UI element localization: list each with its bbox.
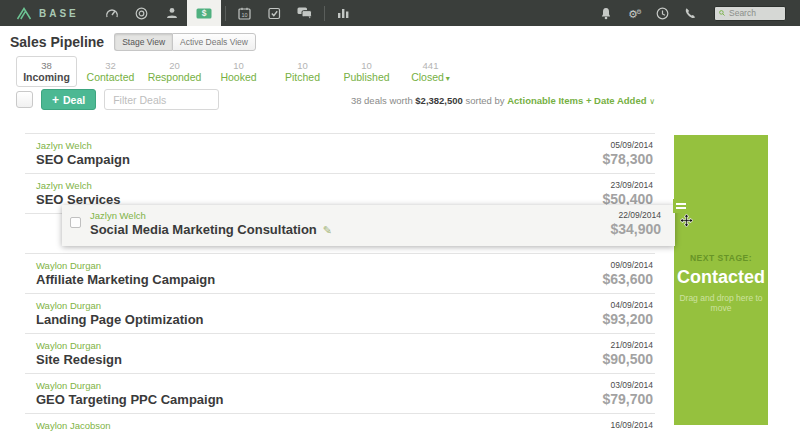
stage-tab[interactable]: 32 Contacted▾ [80,56,141,87]
stage-tab[interactable]: 10 Published▾ [336,56,397,87]
deal-title[interactable]: GEO Targeting PPC Campaign [36,391,224,408]
deal-row[interactable]: Waylon Jacobson Competition Consultation… [25,414,655,433]
stage-count: 10 [337,60,396,71]
history-clock-icon[interactable] [650,0,674,26]
deal-contact-link[interactable]: Waylon Durgan [36,260,215,271]
deal-title[interactable]: SEO Campaign [36,151,130,168]
deal-title[interactable]: Affiliate Marketing Campaign [36,271,215,288]
deal-checkbox[interactable] [70,217,81,228]
add-deal-button[interactable]: + Deal [41,89,96,110]
secondary-nav: ⚙⚙ [594,0,800,26]
sort-dropdown[interactable]: Actionable Items + Date Added [507,95,646,106]
deal-amount: $79,700 [602,391,653,408]
deal-title[interactable]: Social Media Marketing Consultation [90,221,317,238]
deal-contact-link[interactable]: Waylon Durgan [36,380,224,391]
reports-barchart-icon[interactable] [329,0,359,26]
svg-text:$: $ [201,8,206,18]
stage-label: Pitched [285,71,320,83]
deal-amount: $63,600 [602,271,653,288]
stage-count: 441 [401,60,460,71]
stage-label: Closed [411,71,444,83]
summary-count: 38 deals worth [351,95,413,106]
deal-list: Jazlyn Welch SEO Campaign 05/09/2014 $78… [25,133,655,433]
settings-gears-icon[interactable]: ⚙⚙ [622,0,646,26]
stage-label: Hooked [220,71,256,83]
stage-label: Responded [148,71,202,83]
pipeline-stage-tabs: 38 Incoming▾ 32 Contacted▾ 20 Responded▾… [16,56,461,87]
deal-contact-link[interactable]: Waylon Jacobson [36,420,195,431]
top-navbar: BASE $ 10 ⚙⚙ [0,0,800,26]
search-icon [719,9,725,17]
deal-row[interactable]: Waylon Durgan Site Redesign 21/09/2014 $… [25,334,655,374]
deal-amount: $93,200 [602,311,653,328]
stage-tab[interactable]: 38 Incoming▾ [16,56,77,87]
deal-title[interactable]: Site Redesign [36,351,122,368]
deal-title[interactable]: Landing Page Optimization [36,311,204,328]
deal-amount: $34,900 [610,221,661,238]
goals-target-icon[interactable] [127,0,157,26]
deal-row[interactable]: Waylon Durgan Landing Page Optimization … [25,294,655,334]
deal-contact-link[interactable]: Jazlyn Welch [90,210,332,221]
deal-date: 16/09/2014 [610,420,653,431]
deal-row[interactable]: Waylon Durgan Affiliate Marketing Campai… [25,254,655,294]
nav-divider [324,6,325,21]
stage-label: Published [343,71,389,83]
stage-tab[interactable]: 10 Pitched▾ [272,56,333,87]
phone-icon[interactable] [678,0,702,26]
deal-date: 04/09/2014 [602,300,653,311]
stage-view-button[interactable]: Stage View [114,33,172,51]
dropzone-stage-name: Contacted [674,267,768,288]
deal-date: 22/09/2014 [610,210,661,221]
calendar-icon[interactable]: 10 [230,0,260,26]
deal-date: 21/09/2014 [602,340,653,351]
filter-deals-input[interactable] [104,89,219,110]
dropzone-label: NEXT STAGE: [674,253,768,263]
active-deals-view-button[interactable]: Active Deals View [172,33,256,51]
dragged-deal-card[interactable]: Jazlyn Welch Social Media Marketing Cons… [62,205,675,246]
deal-date: 05/09/2014 [602,140,653,151]
drag-handle-icon[interactable] [673,199,689,213]
move-cursor-icon [680,213,693,231]
select-all-checkbox[interactable] [16,91,33,108]
notifications-bell-icon[interactable] [594,0,618,26]
deal-date: 03/09/2014 [602,380,653,391]
global-search[interactable] [714,6,786,21]
stage-count: 10 [273,60,332,71]
deal-date: 09/09/2014 [602,260,653,271]
sort-caret-icon[interactable]: ∨ [649,97,655,106]
stage-label: Incoming [23,71,70,83]
stage-tab[interactable]: 10 Hooked▾ [208,56,269,87]
stage-count: 32 [81,60,140,71]
tasks-check-icon[interactable] [260,0,290,26]
dashboard-gauge-icon[interactable] [97,0,127,26]
stage-tab[interactable]: 20 Responded▾ [144,56,205,87]
stage-count: 38 [17,60,76,71]
deal-row[interactable]: Waylon Durgan GEO Targeting PPC Campaign… [25,374,655,414]
view-toggle-group: Stage View Active Deals View [114,33,256,51]
deal-contact-link[interactable]: Jazlyn Welch [36,140,130,151]
deal-contact-link[interactable]: Waylon Durgan [36,340,122,351]
summary-sorted-text: sorted by [466,95,505,106]
search-input[interactable] [729,8,781,18]
deal-amount: $78,300 [602,151,653,168]
caret-down-icon: ▾ [446,74,450,83]
dropzone-hint: Drag and drop here to move [674,293,768,313]
deal-amount: $90,500 [602,351,653,368]
page-title: Sales Pipeline [10,34,104,50]
deal-contact-link[interactable]: Waylon Durgan [36,300,204,311]
nav-divider [225,6,226,21]
stage-tab[interactable]: 441 Closed▾ [400,56,461,87]
contacts-person-icon[interactable] [157,0,187,26]
deal-date: 23/09/2014 [602,180,653,191]
communication-chat-icon[interactable] [290,0,320,26]
deal-contact-link[interactable]: Jazlyn Welch [36,180,121,191]
deal-row[interactable]: Jazlyn Welch SEO Campaign 05/09/2014 $78… [25,134,655,174]
next-stage-dropzone[interactable]: NEXT STAGE: Contacted Drag and drop here… [674,135,768,425]
base-logo[interactable]: BASE [0,7,97,20]
deals-dollar-icon[interactable]: $ [187,0,221,26]
plus-icon: + [52,94,59,106]
stage-label: Contacted [87,71,135,83]
stage-count: 10 [209,60,268,71]
summary-amount: $2,382,500 [415,95,463,106]
edit-pencil-icon[interactable]: ✎ [323,224,332,237]
